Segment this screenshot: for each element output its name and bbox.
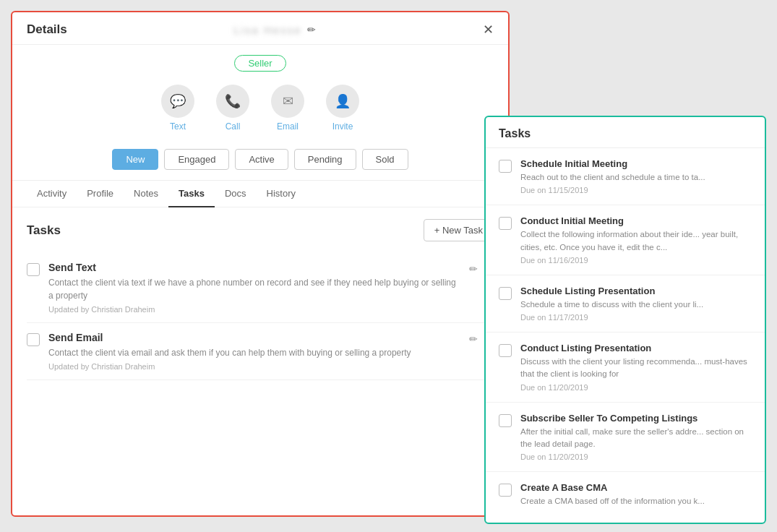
panel-task-item: Create A Base CMA Create a CMA based off… (486, 472, 765, 518)
task-1-content: Send Text Contact the client via text if… (48, 262, 460, 314)
panel-task-6-desc: Create a CMA based off of the informatio… (520, 495, 752, 507)
panel-task-5-content: Subscribe Seller To Competing Listings A… (520, 413, 752, 462)
email-label: Email (277, 121, 299, 132)
status-engaged-button[interactable]: Engaged (164, 149, 229, 170)
status-active-button[interactable]: Active (235, 149, 288, 170)
panel-task-6-content: Create A Base CMA Create a CMA based off… (520, 482, 752, 510)
panel-task-item: Schedule Initial Meeting Reach out to th… (486, 148, 765, 205)
panel-task-item: Subscribe Seller To Competing Listings A… (486, 403, 765, 473)
tasks-section: Tasks + New Task Send Text Contact the c… (12, 207, 508, 392)
panel-task-3-desc: Schedule a time to discuss with the clie… (520, 299, 752, 311)
invite-icon: 👤 (326, 85, 359, 118)
text-label: Text (170, 121, 186, 132)
task-1-desc: Contact the client via text if we have a… (48, 276, 460, 302)
task-2-desc: Contact the client via email and ask the… (48, 346, 460, 359)
tab-tasks[interactable]: Tasks (168, 181, 215, 207)
close-button[interactable]: ✕ (483, 23, 494, 36)
task-2-edit-icon[interactable]: ✏ (469, 333, 478, 345)
panel-task-1-title: Schedule Initial Meeting (520, 158, 752, 169)
tasks-panel-body: Schedule Initial Meeting Reach out to th… (486, 148, 765, 518)
contact-name: Lisa Hesse (233, 24, 301, 36)
panel-task-5-desc: After the initial call, make sure the se… (520, 426, 752, 451)
panel-task-4-title: Conduct Listing Presentation (520, 343, 752, 353)
panel-task-item: Conduct Listing Presentation Discuss wit… (486, 332, 765, 403)
panel-task-item: Conduct Initial Meeting Collect the foll… (486, 205, 765, 275)
panel-task-1-desc: Reach out to the client and schedule a t… (520, 171, 752, 184)
call-label: Call (226, 121, 241, 132)
panel-task-5-title: Subscribe Seller To Competing Listings (520, 413, 752, 424)
panel-task-2-due: Due on 11/16/2019 (520, 256, 752, 265)
panel-task-2-content: Conduct Initial Meeting Collect the foll… (520, 215, 752, 265)
task-2-updated: Updated by Christian Draheim (48, 362, 460, 371)
panel-task-1-checkbox[interactable] (499, 160, 512, 173)
task-item: Send Email Contact the client via email … (27, 323, 494, 380)
invite-action[interactable]: 👤 Invite (326, 85, 359, 132)
call-action[interactable]: 📞 Call (216, 85, 249, 132)
panel-task-2-title: Conduct Initial Meeting (520, 215, 752, 226)
edit-icon[interactable]: ✏ (307, 24, 316, 35)
seller-section: Seller (12, 45, 508, 79)
tasks-panel-title: Tasks (486, 117, 765, 148)
action-icons: 💬 Text 📞 Call ✉ Email 👤 Invite (12, 79, 508, 142)
text-action[interactable]: 💬 Text (161, 85, 194, 132)
details-panel: Details Lisa Hesse ✏ ✕ Seller 💬 Text 📞 C… (11, 11, 510, 517)
panel-task-6-title: Create A Base CMA (520, 482, 752, 493)
tab-history[interactable]: History (257, 181, 306, 207)
task-2-checkbox[interactable] (27, 333, 40, 346)
task-2-title: Send Email (48, 332, 460, 343)
task-item: Send Text Contact the client via text if… (27, 253, 494, 323)
panel-task-4-due: Due on 11/20/2019 (520, 383, 752, 392)
seller-badge: Seller (234, 55, 286, 72)
tasks-panel: Tasks Schedule Initial Meeting Reach out… (484, 116, 766, 524)
status-pending-button[interactable]: Pending (294, 149, 356, 170)
panel-task-2-desc: Collect the following information about … (520, 228, 752, 254)
task-1-updated: Updated by Christian Draheim (48, 305, 460, 314)
panel-task-6-checkbox[interactable] (499, 484, 512, 497)
panel-task-3-content: Schedule Listing Presentation Schedule a… (520, 286, 752, 322)
panel-task-3-checkbox[interactable] (499, 287, 512, 300)
panel-task-4-checkbox[interactable] (499, 344, 512, 357)
panel-task-1-content: Schedule Initial Meeting Reach out to th… (520, 158, 752, 194)
tab-profile[interactable]: Profile (77, 181, 124, 207)
task-1-title: Send Text (48, 262, 460, 273)
task-1-edit-icon[interactable]: ✏ (469, 263, 478, 275)
details-title: Details (27, 22, 67, 37)
tab-docs[interactable]: Docs (215, 181, 257, 207)
panel-task-3-due: Due on 11/17/2019 (520, 313, 752, 322)
nav-tabs: Activity Profile Notes Tasks Docs Histor… (12, 181, 508, 207)
tasks-header: Tasks + New Task (27, 219, 494, 241)
panel-task-3-title: Schedule Listing Presentation (520, 286, 752, 296)
panel-task-4-content: Conduct Listing Presentation Discuss wit… (520, 343, 752, 392)
panel-task-4-desc: Discuss with the client your listing rec… (520, 356, 752, 381)
details-header-center: Lisa Hesse ✏ (233, 24, 316, 36)
status-new-button[interactable]: New (112, 149, 158, 170)
panel-task-1-due: Due on 11/15/2019 (520, 186, 752, 194)
details-header: Details Lisa Hesse ✏ ✕ (12, 12, 508, 45)
tab-activity[interactable]: Activity (27, 181, 77, 207)
panel-task-2-checkbox[interactable] (499, 217, 512, 230)
email-action[interactable]: ✉ Email (271, 85, 304, 132)
email-icon: ✉ (271, 85, 304, 118)
text-icon: 💬 (161, 85, 194, 118)
status-bar: New Engaged Active Pending Sold (12, 142, 508, 181)
panel-task-5-due: Due on 11/20/2019 (520, 452, 752, 461)
tasks-heading: Tasks (27, 223, 61, 238)
panel-task-item: Schedule Listing Presentation Schedule a… (486, 275, 765, 332)
status-sold-button[interactable]: Sold (362, 149, 408, 170)
task-2-content: Send Email Contact the client via email … (48, 332, 460, 371)
task-1-checkbox[interactable] (27, 263, 40, 276)
tab-notes[interactable]: Notes (124, 181, 168, 207)
panel-task-5-checkbox[interactable] (499, 414, 512, 427)
new-task-button[interactable]: + New Task (424, 219, 494, 241)
invite-label: Invite (332, 121, 353, 132)
call-icon: 📞 (216, 85, 249, 118)
